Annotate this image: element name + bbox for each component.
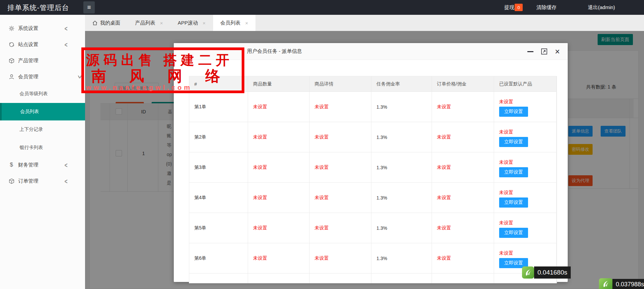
detail-cell xyxy=(310,274,371,283)
detail-cell: 未设置 xyxy=(310,183,371,213)
order-cell: 第1单 xyxy=(189,92,248,122)
thinkphp-leaf-icon xyxy=(599,278,612,289)
price-cell xyxy=(432,274,494,283)
runtime-badge: 0.037988s xyxy=(612,279,644,289)
qty-cell: 未设置 xyxy=(248,152,310,182)
detail-cell: 未设置 xyxy=(310,122,371,152)
order-cell: 第2单 xyxy=(189,122,248,152)
order-cell: 第4单 xyxy=(189,183,248,213)
close-icon[interactable]: × xyxy=(555,47,560,56)
modal-header xyxy=(174,43,568,60)
set-now-button[interactable]: 立即设置 xyxy=(499,197,528,208)
perf-badge: 0.037988s xyxy=(599,278,644,289)
runtime-badge: 0.041680s xyxy=(534,266,571,279)
task-table-header: # 商品数量 商品详情 任务佣金率 订单价格/佣金 已设置默认产品 xyxy=(189,76,557,92)
set-now-button[interactable]: 立即设置 xyxy=(499,137,528,147)
task-dispatch-modal: 用户会员任务 - 派单信息 × # 商品数量 商品详情 任务佣金率 订单价格/佣… xyxy=(174,43,568,282)
tab-close-icon[interactable]: × xyxy=(203,20,206,26)
user-icon xyxy=(8,74,15,80)
task-row: 第3单 未设置 未设置 1.3% 未设置 未设置 立即设置 xyxy=(189,152,557,183)
default-status: 未设置 xyxy=(499,99,513,105)
tab-label: APP滚动 xyxy=(178,20,198,26)
task-row: 第6单 未设置 未设置 1.3% 未设置 未设置 立即设置 xyxy=(189,243,557,274)
tab-app-scroll[interactable]: APP滚动 × xyxy=(170,15,213,31)
hamburger-button[interactable]: ≡ xyxy=(83,1,95,13)
sidebar-item-label: 银行卡列表 xyxy=(19,145,43,151)
default-status: 未设置 xyxy=(499,220,513,226)
hamburger-icon: ≡ xyxy=(87,4,91,11)
thinkphp-leaf-icon xyxy=(522,266,534,279)
default-product-cell: 未设置 立即设置 xyxy=(494,152,557,182)
default-status: 未设置 xyxy=(499,190,513,196)
withdraw-link[interactable]: 提现 xyxy=(504,4,514,11)
default-status: 未设置 xyxy=(499,159,513,166)
tab-member-list[interactable]: 会员列表 × xyxy=(213,15,256,31)
sidebar-item-label: 产品管理 xyxy=(18,58,38,64)
qty-cell: 未设置 xyxy=(248,243,310,273)
minimize-icon[interactable] xyxy=(527,51,533,52)
logout-link[interactable]: 退出(admin) xyxy=(588,4,615,11)
sidebar-item-member-management[interactable]: 会员管理 < xyxy=(0,69,85,85)
sidebar-item-points-records[interactable]: 上下分记录 xyxy=(0,120,85,139)
tab-close-icon[interactable]: × xyxy=(160,20,163,26)
sidebar-item-order-management[interactable]: 订单管理 < xyxy=(0,173,85,189)
qty-cell xyxy=(248,274,310,283)
withdraw-count-badge: 0 xyxy=(515,4,523,11)
chevron-left-icon: < xyxy=(65,40,68,48)
app-title: 排单系统-管理后台 xyxy=(7,3,69,12)
sidebar: 系统设置 < 站点设置 < 产品管理 会员管理 < 会员等级列表 xyxy=(0,15,85,289)
home-icon xyxy=(92,21,97,26)
chevron-left-icon: < xyxy=(65,177,68,185)
sidebar-item-label: 会员列表 xyxy=(20,109,39,115)
order-box-icon xyxy=(8,178,15,184)
maximize-icon[interactable] xyxy=(541,48,548,55)
tab-label: 会员列表 xyxy=(220,20,241,26)
sidebar-item-product-management[interactable]: 产品管理 xyxy=(0,52,85,69)
price-cell: 未设置 xyxy=(432,92,494,122)
sidebar-item-label: 会员等级列表 xyxy=(19,91,48,97)
column-header: 已设置默认产品 xyxy=(494,76,557,92)
price-cell: 未设置 xyxy=(432,152,494,182)
sidebar-item-site-settings[interactable]: 站点设置 < xyxy=(0,36,85,52)
tab-product-list[interactable]: 产品列表 × xyxy=(128,15,170,31)
default-status: 未设置 xyxy=(499,129,513,135)
rate-cell xyxy=(371,274,432,283)
sidebar-item-member-list[interactable]: 会员列表 xyxy=(0,103,85,120)
default-product-cell: 未设置 立即设置 xyxy=(494,183,557,213)
task-row: 第1单 未设置 未设置 1.3% 未设置 未设置 立即设置 xyxy=(189,92,557,122)
detail-cell: 未设置 xyxy=(310,243,371,273)
clear-cache-link[interactable]: 清除缓存 xyxy=(536,4,557,11)
set-now-button[interactable]: 立即设置 xyxy=(499,228,528,238)
modal-title: 用户会员任务 - 派单信息 xyxy=(247,48,302,55)
task-row: 第5单 未设置 未设置 1.3% 未设置 未设置 立即设置 xyxy=(189,213,557,243)
sidebar-item-system-settings[interactable]: 系统设置 < xyxy=(0,20,85,36)
tab-label: 我的桌面 xyxy=(100,20,120,26)
set-now-button[interactable]: 立即设置 xyxy=(499,167,528,177)
rate-cell: 1.3% xyxy=(371,243,432,273)
default-product-cell: 未设置 立即设置 xyxy=(494,122,557,152)
set-now-button[interactable]: 立即设置 xyxy=(499,107,528,117)
chevron-left-icon: < xyxy=(65,24,68,32)
tab-close-icon[interactable]: × xyxy=(245,20,248,26)
task-row: 第2单 未设置 未设置 1.3% 未设置 未设置 立即设置 xyxy=(189,122,557,152)
qty-cell: 未设置 xyxy=(248,213,310,243)
order-cell xyxy=(189,274,248,283)
price-cell: 未设置 xyxy=(432,122,494,152)
product-box-icon xyxy=(8,58,15,64)
detail-cell: 未设置 xyxy=(310,213,371,243)
sidebar-item-member-level-list[interactable]: 会员等级列表 xyxy=(0,85,85,103)
tab-desktop[interactable]: 我的桌面 xyxy=(85,15,128,31)
detail-cell: 未设置 xyxy=(310,152,371,182)
perf-badge: 0.041680s xyxy=(522,266,571,279)
sidebar-item-finance-management[interactable]: $ 财务管理 < xyxy=(0,157,85,173)
rate-cell: 1.3% xyxy=(371,122,432,152)
top-bar: 排单系统-管理后台 ≡ 提现 0 清除缓存 退出(admin) xyxy=(0,0,644,15)
order-cell: 第6单 xyxy=(189,243,248,273)
sidebar-item-bank-card-list[interactable]: 银行卡列表 xyxy=(0,139,85,157)
column-header: 订单价格/佣金 xyxy=(432,76,494,92)
rate-cell: 1.3% xyxy=(371,183,432,213)
sidebar-item-label: 会员管理 xyxy=(18,74,38,80)
qty-cell: 未设置 xyxy=(248,92,310,122)
rate-cell: 1.3% xyxy=(371,213,432,243)
default-product-cell: 未设置 立即设置 xyxy=(494,92,557,122)
